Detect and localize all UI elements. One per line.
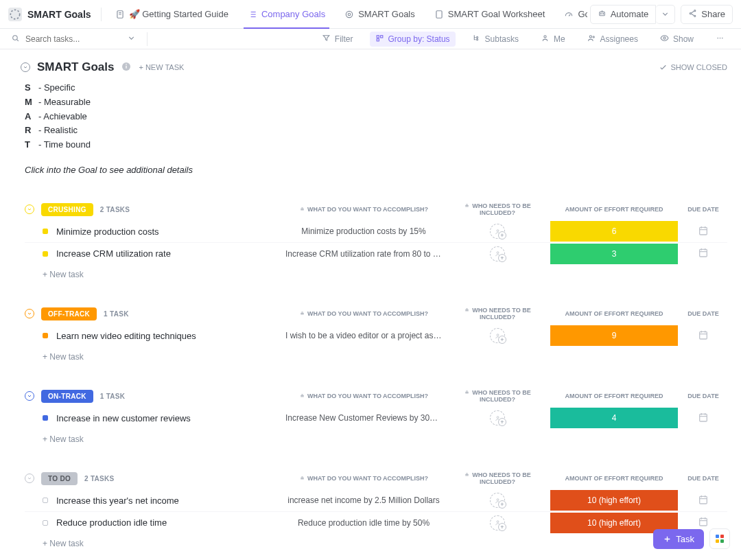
more-button[interactable] bbox=[710, 32, 730, 47]
task-due-date[interactable] bbox=[679, 494, 727, 507]
task-row[interactable]: Minimize production costs Minimize produ… bbox=[25, 220, 727, 242]
search-input[interactable] bbox=[25, 34, 121, 44]
status-dot[interactable] bbox=[43, 520, 48, 526]
status-dot[interactable] bbox=[43, 229, 48, 234]
task-due-date[interactable] bbox=[679, 329, 727, 342]
col-effort[interactable]: AMOUNT OF EFFORT REQUIRED bbox=[549, 206, 679, 213]
tab-company-goals[interactable]: Company Goals bbox=[238, 0, 335, 29]
assignee-placeholder-icon[interactable] bbox=[490, 328, 505, 343]
task-due-date[interactable] bbox=[679, 247, 727, 260]
task-effort[interactable]: 6 bbox=[549, 220, 679, 242]
task-accomplish[interactable]: I wish to be a video editor or a project… bbox=[281, 331, 446, 340]
assignee-placeholder-icon[interactable] bbox=[490, 493, 505, 508]
task-name[interactable]: Increase this year's net income bbox=[56, 495, 281, 506]
show-closed-button[interactable]: SHOW CLOSED bbox=[659, 63, 727, 72]
tab-getting-started[interactable]: 🚀 Getting Started Guide bbox=[106, 0, 238, 29]
task-accomplish[interactable]: Increase CRM utilization rate from 80 to… bbox=[281, 249, 446, 259]
task-name[interactable]: Learn new video editing techniques bbox=[56, 331, 281, 341]
task-due-date[interactable] bbox=[679, 516, 727, 529]
col-effort[interactable]: AMOUNT OF EFFORT REQUIRED bbox=[549, 475, 679, 482]
task-assignee[interactable] bbox=[446, 410, 549, 425]
col-due-date[interactable]: DUE DATE bbox=[679, 393, 727, 399]
status-pill[interactable]: TO DO bbox=[41, 472, 78, 485]
col-who[interactable]: WHO NEEDS TO BE INCLUDED? bbox=[446, 307, 549, 320]
tab-smart-goals[interactable]: SMART Goals bbox=[335, 0, 425, 29]
me-button[interactable]: Me bbox=[535, 32, 571, 47]
new-task-inline[interactable]: + NEW TASK bbox=[139, 63, 184, 71]
task-accomplish[interactable]: increase net income by 2.5 Million Dolla… bbox=[281, 495, 446, 505]
task-row[interactable]: Reduce production idle time Reduce produ… bbox=[25, 511, 727, 533]
apps-fab[interactable] bbox=[709, 528, 730, 549]
status-dot[interactable] bbox=[43, 498, 48, 503]
col-effort[interactable]: AMOUNT OF EFFORT REQUIRED bbox=[549, 393, 679, 399]
group-by-button[interactable]: Group by: Status bbox=[370, 32, 456, 47]
automate-button[interactable]: Automate bbox=[590, 5, 657, 24]
task-assignee[interactable] bbox=[446, 224, 549, 239]
col-who[interactable]: WHO NEEDS TO BE INCLUDED? bbox=[446, 389, 549, 403]
task-accomplish[interactable]: Increase New Customer Reviews by 30% Yea… bbox=[281, 413, 446, 423]
search-options-chevron[interactable] bbox=[127, 34, 136, 45]
share-button[interactable]: Share bbox=[681, 5, 733, 24]
subtasks-button[interactable]: Subtasks bbox=[467, 32, 524, 47]
assignee-placeholder-icon[interactable] bbox=[490, 246, 505, 261]
group-collapse-toggle[interactable] bbox=[25, 205, 34, 214]
col-effort[interactable]: AMOUNT OF EFFORT REQUIRED bbox=[549, 310, 679, 317]
assignee-placeholder-icon[interactable] bbox=[490, 515, 505, 530]
task-row[interactable]: Increase CRM utilization rate Increase C… bbox=[25, 242, 727, 264]
group-collapse-toggle[interactable] bbox=[25, 474, 34, 483]
assignee-placeholder-icon[interactable] bbox=[490, 224, 505, 239]
info-icon[interactable] bbox=[121, 61, 132, 74]
status-dot[interactable] bbox=[43, 251, 48, 257]
col-who[interactable]: WHO NEEDS TO BE INCLUDED? bbox=[446, 471, 549, 485]
status-dot[interactable] bbox=[43, 415, 48, 421]
task-assignee[interactable] bbox=[446, 328, 549, 343]
status-pill[interactable]: OFF-TRACK bbox=[41, 307, 97, 320]
col-accomplish[interactable]: WHAT DO YOU WANT TO ACCOMPLISH? bbox=[281, 310, 446, 317]
col-who[interactable]: WHO NEEDS TO BE INCLUDED? bbox=[446, 202, 549, 216]
new-task-button[interactable]: + New task bbox=[25, 533, 727, 548]
task-name[interactable]: Reduce production idle time bbox=[56, 517, 281, 528]
task-row[interactable]: Learn new video editing techniques I wis… bbox=[25, 325, 727, 347]
new-task-button[interactable]: + New task bbox=[25, 347, 727, 362]
col-accomplish[interactable]: WHAT DO YOU WANT TO ACCOMPLISH? bbox=[281, 393, 446, 399]
col-due-date[interactable]: DUE DATE bbox=[679, 310, 727, 317]
status-dot[interactable] bbox=[43, 333, 48, 338]
tab-goal-effort[interactable]: Goal Effort bbox=[554, 0, 587, 29]
col-due-date[interactable]: DUE DATE bbox=[679, 206, 727, 213]
task-due-date[interactable] bbox=[679, 412, 727, 425]
task-effort[interactable]: 10 (high effort) bbox=[549, 489, 679, 511]
col-accomplish[interactable]: WHAT DO YOU WANT TO ACCOMPLISH? bbox=[281, 475, 446, 482]
task-due-date[interactable] bbox=[679, 225, 727, 238]
task-name[interactable]: Minimize production costs bbox=[56, 226, 281, 237]
automate-dropdown[interactable] bbox=[656, 5, 675, 24]
group-collapse-toggle[interactable] bbox=[25, 391, 34, 401]
task-row[interactable]: Increase this year's net income increase… bbox=[25, 489, 727, 511]
new-task-button[interactable]: + New task bbox=[25, 429, 727, 444]
assignees-button[interactable]: Assignees bbox=[582, 32, 644, 47]
col-due-date[interactable]: DUE DATE bbox=[679, 475, 727, 482]
task-effort[interactable]: 3 bbox=[549, 243, 679, 265]
status-pill[interactable]: ON-TRACK bbox=[41, 390, 93, 403]
task-effort[interactable]: 4 bbox=[549, 407, 679, 429]
task-accomplish[interactable]: Reduce production idle time by 50% bbox=[281, 518, 446, 528]
task-row[interactable]: Increase in new customer reviews Increas… bbox=[25, 407, 727, 429]
new-task-button[interactable]: + New task bbox=[25, 264, 727, 279]
svg-rect-25 bbox=[126, 65, 127, 68]
filter-button[interactable]: Filter bbox=[316, 32, 359, 47]
task-effort[interactable]: 9 bbox=[549, 325, 679, 347]
task-assignee[interactable] bbox=[446, 493, 549, 508]
show-button[interactable]: Show bbox=[655, 32, 699, 47]
task-assignee[interactable] bbox=[446, 246, 549, 261]
task-assignee[interactable] bbox=[446, 515, 549, 530]
collapse-toggle[interactable] bbox=[21, 62, 30, 72]
col-accomplish[interactable]: WHAT DO YOU WANT TO ACCOMPLISH? bbox=[281, 206, 446, 213]
assignee-placeholder-icon[interactable] bbox=[490, 410, 505, 425]
task-name[interactable]: Increase CRM utilization rate bbox=[56, 248, 281, 259]
person-icon bbox=[541, 34, 550, 45]
task-accomplish[interactable]: Minimize production costs by 15% bbox=[281, 226, 446, 236]
task-name[interactable]: Increase in new customer reviews bbox=[56, 413, 281, 423]
status-pill[interactable]: CRUSHING bbox=[41, 203, 93, 216]
tab-worksheet[interactable]: SMART Goal Worksheet bbox=[425, 0, 555, 29]
group-collapse-toggle[interactable] bbox=[25, 309, 34, 318]
new-task-fab[interactable]: Task bbox=[653, 529, 704, 549]
